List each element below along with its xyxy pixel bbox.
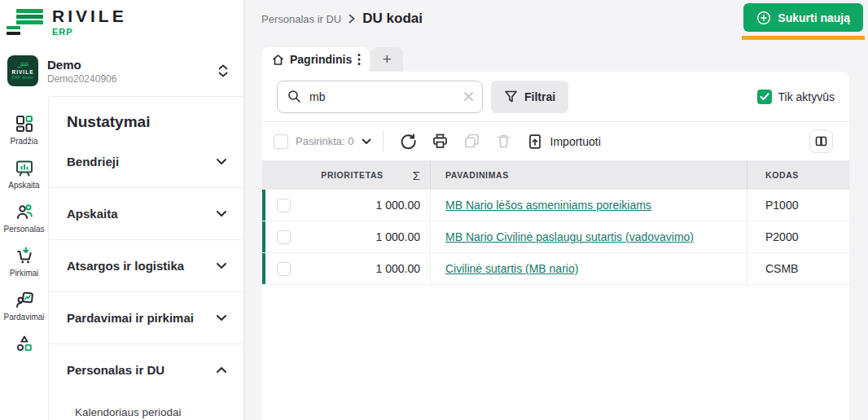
rail-item-pardavimai[interactable]: Pardavimai [1,291,48,322]
account-switcher[interactable]: RIVILE ERP demo Demo Demo20240906 [0,44,243,86]
breadcrumb-chevron-icon [349,14,355,24]
column-header-prioritetas[interactable]: PRIORITETAS Σ [262,160,430,190]
row-checkbox[interactable] [277,199,291,212]
people-icon [15,203,33,221]
cell-kodas: P1000 [747,190,849,221]
chevron-down-icon [216,158,227,165]
nav-item-kalendoriaus-periodai[interactable]: Kalendoriaus periodai [49,396,243,420]
column-header-pavadinimas[interactable]: PAVADINIMAS [430,160,747,190]
cell-pavadinimas-link[interactable]: Civilinė sutartis (MB nario) [445,262,578,275]
active-only-toggle[interactable]: Tik aktyvūs [757,90,835,104]
cart-icon [15,247,33,265]
row-status-accent [262,190,265,221]
breadcrumb-parent[interactable]: Personalas ir DU [261,13,341,25]
brand-name: RIVILE [52,7,127,24]
add-tab-button[interactable]: + [370,47,403,72]
rivile-logo-icon [7,7,44,35]
table-toolbar: Pasirinkta: 0 [262,122,849,160]
cell-prioritetas: 1 000.00 [376,199,421,212]
rail-item-apskaita[interactable]: Apskaita [1,159,48,190]
content-card: Filtrai Tik aktyvūs Pasirinkta: 0 [262,72,849,420]
nav-heading: Nustatymai [49,113,243,136]
rail-item-personalas[interactable]: Personalas [1,203,48,234]
cell-prioritetas: 1 000.00 [376,262,421,275]
filters-button[interactable]: Filtrai [491,81,568,113]
chevron-down-icon [216,210,227,217]
active-only-label: Tik aktyvūs [778,90,835,103]
selection-control[interactable]: Pasirinkta: 0 [274,134,371,149]
cell-prioritetas: 1 000.00 [376,230,421,243]
cell-pavadinimas-link[interactable]: MB Nario lėšos asmeniniams poreikiams [445,199,651,212]
avatar-logo-icon [17,63,28,68]
column-header-kodas[interactable]: KODAS [747,160,849,190]
tabs-row: Pagrindinis + [262,47,403,72]
chevron-down-icon[interactable] [362,138,371,145]
module-rail: Pradžia Apskaita [0,97,49,420]
print-button[interactable] [428,129,453,154]
nav-section-bendrieji[interactable]: Bendrieji [49,136,243,187]
settings-nav: Nustatymai Bendrieji Apskaita Atsargos i… [49,97,243,420]
account-switch-icon[interactable] [214,61,232,81]
nav-section-personalas-du[interactable]: Personalas ir DU [49,344,243,396]
tab-pagrindinis[interactable]: Pagrindinis [262,47,369,72]
table-row: 1 000.00 MB Nario Civilinė paslaugų suta… [262,221,849,253]
trial-indicator-bar [742,36,865,40]
copy-button[interactable] [460,129,484,154]
chevron-down-icon [216,262,227,269]
selected-count-label: Pasirinkta: 0 [296,135,354,147]
sidebar: RIVILE ERP RIVILE ERP demo Demo Demo2024… [0,0,244,420]
account-avatar: RIVILE ERP demo [7,55,38,86]
table-row: 1 000.00 Civilinė sutartis (MB nario) CS… [262,253,849,285]
du-codes-table: PRIORITETAS Σ PAVADINIMAS KODAS 1 000.00… [262,160,849,285]
select-all-checkbox[interactable] [274,134,288,149]
nav-section-atsargos[interactable]: Atsargos ir logistika [49,240,243,291]
plus-circle-icon [756,11,771,25]
search-text-field[interactable] [308,90,457,104]
brand-product: ERP [52,28,127,37]
column-settings-button[interactable] [809,129,833,153]
table-header: PRIORITETAS Σ PAVADINIMAS KODAS [262,160,849,190]
search-icon [287,90,301,103]
cell-pavadinimas-link[interactable]: MB Nario Civilinė paslaugų sutartis (vad… [445,230,694,243]
row-checkbox[interactable] [277,230,291,244]
breadcrumb: Personalas ir DU DU kodai [261,11,423,27]
rail-item-pirkimai[interactable]: Pirkimai [1,247,48,278]
chart-board-icon [15,159,33,177]
dashboard-icon [15,115,33,133]
sum-sigma-icon[interactable]: Σ [413,168,420,182]
tab-menu-kebab-icon[interactable] [357,53,361,66]
app-window: RIVILE ERP RIVILE ERP demo Demo Demo2024… [0,0,868,420]
row-checkbox[interactable] [277,262,291,276]
rail-item-kiti[interactable] [1,335,48,357]
create-new-button[interactable]: Sukurti naują [743,3,863,32]
brand-logo: RIVILE ERP [0,0,243,44]
clear-search-icon[interactable] [463,91,474,102]
topbar: Personalas ir DU DU kodai Sukurti naują [245,0,868,47]
account-name: Demo [47,58,205,72]
refresh-button[interactable] [397,129,421,154]
filter-row: Filtrai Tik aktyvūs [262,72,849,122]
main-area: Personalas ir DU DU kodai Sukurti naują [245,0,868,420]
rail-item-pradzia[interactable]: Pradžia [1,115,48,146]
row-status-accent [262,221,265,252]
shapes-icon [15,335,33,352]
divider [383,131,384,152]
nav-section-apskaita[interactable]: Apskaita [49,188,243,239]
account-id: Demo20240906 [47,73,205,85]
chevron-down-icon [216,314,227,322]
table-row: 1 000.00 MB Nario lėšos asmeniniams pore… [262,190,849,221]
delete-button[interactable] [492,129,516,154]
cell-kodas: P2000 [747,221,849,252]
import-file-icon [527,133,543,150]
cell-kodas: CSMB [747,253,849,284]
home-icon [272,54,284,66]
sales-icon [15,291,33,308]
search-input[interactable] [277,81,483,113]
funnel-icon [504,90,518,103]
nav-section-pardavimai-pirkimai[interactable]: Pardavimai ir pirkimai [49,292,243,343]
row-status-accent [262,253,265,284]
page-title: DU kodai [362,11,423,27]
chevron-up-icon [216,366,227,374]
active-only-checkbox[interactable] [757,90,772,104]
import-button[interactable]: Importuoti [524,133,604,150]
